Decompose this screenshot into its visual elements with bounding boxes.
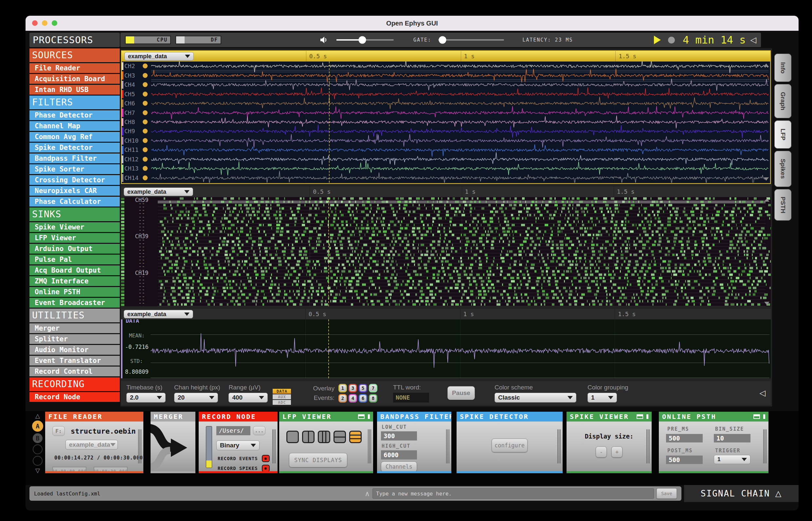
chain-slot-empty[interactable] — [33, 456, 43, 466]
chain-slot-empty[interactable] — [33, 445, 43, 454]
end-time-field[interactable]: 00:00:30.000 — [94, 467, 128, 471]
drag-handle[interactable] — [446, 429, 449, 463]
sidebar-item-intan-rhd-usb[interactable]: Intan RHD USB — [29, 85, 120, 95]
sidebar-item-spike-detector[interactable]: Spike Detector — [29, 143, 120, 153]
message-input[interactable] — [373, 488, 654, 499]
gate-slider-thumb[interactable] — [439, 36, 446, 44]
module-online-psth[interactable]: ONLINE PSTH PRE_MS 500 BIN_SIZE 10 POST_… — [659, 412, 768, 473]
stream-type-button-aux[interactable]: AUX — [272, 394, 291, 400]
volume-slider-thumb[interactable] — [358, 36, 366, 44]
layout-2col-button[interactable] — [302, 431, 315, 443]
sidebar-item-event-translator[interactable]: Event Translator — [29, 356, 120, 366]
drag-handle[interactable] — [557, 429, 561, 463]
stream-type-button-adc[interactable]: ADC — [272, 400, 291, 405]
display-size-plus-button[interactable]: + — [611, 446, 623, 457]
module-file-reader[interactable]: FILE READER F: structure.oebin example_d… — [45, 412, 143, 473]
scroll-down-icon[interactable] — [764, 177, 769, 181]
data-monitor-display[interactable]: example_data 0.5 s1 s1.5 s DATA MEAN: -0… — [121, 309, 771, 378]
layout-3row-button[interactable] — [349, 431, 362, 443]
drag-handle[interactable] — [763, 429, 767, 463]
scroll-up-icon[interactable] — [764, 64, 769, 67]
record-path-field[interactable]: /Users/ — [216, 426, 250, 435]
drag-handle[interactable] — [138, 429, 141, 463]
record-spikes-toggle[interactable] — [262, 465, 270, 471]
sidebar-item-audio-monitor[interactable]: Audio Monitor — [29, 345, 120, 355]
viewer-tab-lfp[interactable]: LFP — [774, 120, 791, 149]
file-stream-select[interactable]: example_data — [65, 440, 118, 450]
post-ms-field[interactable]: 500 — [666, 456, 703, 464]
sidebar-item-channel-map[interactable]: Channel Map — [29, 121, 120, 131]
open-window-icon[interactable] — [636, 414, 643, 419]
channel-enable-dot[interactable] — [143, 175, 148, 180]
pin-tab-icon[interactable] — [763, 414, 765, 419]
toolbar-collapse-icon[interactable]: ◁ — [750, 35, 757, 45]
sidebar-item-arduino-output[interactable]: Arduino Output — [29, 244, 120, 254]
sync-displays-button[interactable]: SYNC DISPLAYS — [289, 453, 347, 467]
stream-selector-3[interactable]: example_data — [124, 310, 193, 318]
save-message-button[interactable]: Save — [657, 488, 677, 499]
open-window-icon[interactable] — [358, 414, 365, 419]
event-overlay-button-7[interactable]: 7 — [369, 384, 377, 392]
controlbar-collapse-icon[interactable]: ◁ — [760, 388, 766, 398]
sidebar-item-file-reader[interactable]: File Reader — [29, 63, 120, 73]
channel-enable-dot[interactable] — [143, 119, 148, 124]
record-button[interactable] — [668, 37, 675, 44]
timebase-select[interactable]: 2.0 — [126, 393, 165, 403]
sidebar-item-acquisition-board[interactable]: Acquisition Board — [29, 74, 120, 84]
channel-enable-dot[interactable] — [143, 157, 148, 162]
sidebar-item-splitter[interactable]: Splitter — [29, 334, 120, 344]
volume-slider[interactable] — [336, 39, 394, 41]
drag-handle[interactable] — [368, 429, 371, 463]
pre-ms-field[interactable]: 500 — [666, 434, 703, 443]
sidebar-item-bandpass-filter[interactable]: Bandpass Filter — [29, 154, 120, 163]
channel-enable-dot[interactable] — [143, 101, 148, 106]
sidebar-item-spike-sorter[interactable]: Spike Sorter — [29, 164, 120, 174]
sidebar-item-merger[interactable]: Merger — [29, 323, 120, 333]
stream-selector-1[interactable]: example_data — [125, 52, 194, 61]
layout-2row-button[interactable] — [334, 431, 346, 443]
scroll-down-icon[interactable] — [764, 302, 769, 305]
pause-button[interactable]: Pause — [447, 386, 475, 400]
layout-3col-button[interactable] — [318, 431, 330, 443]
lfp-traces[interactable]: CH2CH3CH4CH5CH6CH7CH8CH9CH10CH11CH12CH13… — [122, 62, 770, 183]
low-cut-field[interactable]: 300 — [381, 431, 417, 440]
signal-chain-toggle[interactable]: SIGNAL CHAIN △ — [684, 485, 798, 502]
sidebar-item-lfp-viewer[interactable]: LFP Viewer — [29, 233, 120, 243]
start-time-field[interactable]: 00:00:00.000 — [52, 467, 86, 471]
channel-enable-dot[interactable] — [143, 92, 148, 96]
module-record-node[interactable]: RECORD NODE /Users/ ... Binary RECORD EV… — [199, 412, 277, 473]
color-scheme-select[interactable]: Classic — [495, 393, 577, 403]
open-window-icon[interactable] — [753, 414, 760, 419]
configure-button[interactable]: configure — [492, 438, 527, 452]
sidebar-item-online-psth[interactable]: Online PSTH — [29, 287, 120, 297]
chevron-up-icon[interactable]: ∧ — [365, 490, 370, 498]
event-overlay-button-3[interactable]: 3 — [348, 384, 357, 392]
channel-enable-dot[interactable] — [143, 110, 148, 115]
module-merger[interactable]: MERGER — [151, 412, 196, 473]
record-events-toggle[interactable] — [262, 455, 270, 462]
sidebar-item-phase-detector[interactable]: Phase Detector — [29, 110, 120, 120]
sidebar-item-spike-viewer[interactable]: Spike Viewer — [29, 222, 120, 232]
chain-slot-b[interactable]: B — [33, 433, 43, 443]
stream-type-button-data[interactable]: DATA — [272, 388, 291, 394]
bin-size-field[interactable]: 10 — [714, 434, 750, 443]
event-overlay-button-6[interactable]: 6 — [359, 394, 367, 403]
event-overlay-button-4[interactable]: 4 — [348, 394, 357, 403]
play-button[interactable] — [654, 36, 661, 44]
high-cut-field[interactable]: 6000 — [381, 450, 417, 459]
sidebar-item-record-control[interactable]: Record Control — [29, 366, 120, 376]
module-spike-detector[interactable]: SPIKE DETECTOR configure — [456, 412, 563, 473]
viewer-tab-psth[interactable]: PSTH — [774, 189, 791, 221]
range-select[interactable]: 400 — [228, 393, 268, 403]
gate-slider[interactable] — [438, 39, 504, 41]
drag-handle[interactable] — [272, 429, 276, 463]
sidebar-item-common-avg-ref[interactable]: Common Avg Ref — [29, 132, 120, 142]
chan-height-select[interactable]: 20 — [174, 393, 218, 403]
record-format-select[interactable]: Binary — [216, 440, 260, 450]
channel-enable-dot[interactable] — [143, 138, 148, 143]
sidebar-item-acq-board-output[interactable]: Acq Board Output — [29, 266, 120, 275]
event-overlay-button-8[interactable]: 8 — [369, 394, 377, 403]
module-spike-viewer[interactable]: SPIKE VIEWER Display size: - + — [566, 412, 652, 473]
drag-handle[interactable] — [647, 429, 650, 463]
chain-scroll-down-icon[interactable]: ▽ — [35, 467, 40, 474]
